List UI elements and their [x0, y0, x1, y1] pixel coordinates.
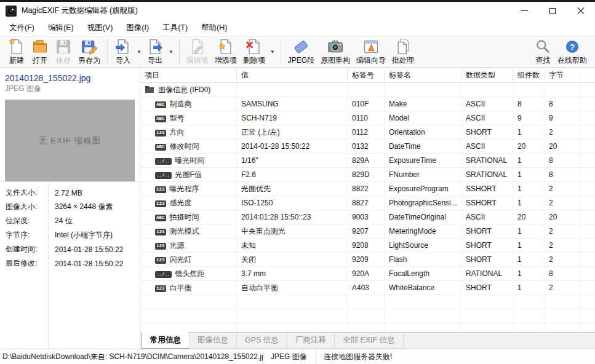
tab-common[interactable]: 常用信息 [142, 332, 190, 349]
property-value: 2014-01-28 15:50:22 [48, 259, 123, 268]
bytes-cell: 2 [545, 253, 580, 266]
minimize-button[interactable] [510, 2, 538, 20]
item-name: 修改时间 [170, 142, 199, 151]
tag-name-cell: DateTime [385, 140, 461, 153]
tag-id-cell: 920A [348, 267, 385, 280]
import-label: 导入 [116, 55, 130, 66]
exif-row[interactable]: 123光源未知9208LightSourceSHORT12 [140, 239, 595, 253]
status-file-type: JPEG 图像 [263, 352, 316, 362]
value-cell: 中央重点测光 [237, 224, 348, 238]
column-header-5[interactable]: 数据类型 [461, 69, 513, 81]
empty-cell [237, 83, 348, 97]
item-cell: 123白平衡 [140, 281, 237, 295]
new-button[interactable]: 新建 [5, 37, 28, 67]
no-thumbnail-text: 无 EXIF 缩略图 [39, 135, 102, 146]
tab-maker[interactable]: 厂商注释 [287, 333, 335, 349]
export-dropdown-arrow[interactable]: ▼ [167, 49, 175, 55]
value-cell: 正常 (上/左) [237, 125, 348, 139]
data-type-cell: SSHORT [461, 182, 513, 196]
property-value: 24 位 [48, 216, 73, 226]
delete-item-dropdown-arrow[interactable]: ▼ [268, 49, 277, 55]
jpeg-segment-button[interactable]: JPEG段 [285, 37, 317, 67]
exif-row[interactable]: ../..镜头焦距3.7 mm920AFocalLengthRATIONAL18 [140, 267, 595, 281]
help-label: 在线帮助 [557, 55, 587, 66]
tab-all-exif[interactable]: 全部 EXIF 信息 [334, 333, 404, 349]
bytes-cell: 2 [545, 196, 580, 210]
components-cell: 1 [513, 267, 545, 280]
maximize-button[interactable] [538, 2, 567, 20]
help-button[interactable]: ?在线帮助 [554, 37, 590, 67]
search-button[interactable]: 查找 [531, 37, 554, 67]
import-dropdown-arrow[interactable]: ▼ [135, 49, 143, 55]
tag-name-cell: FocalLength [385, 267, 461, 280]
delete-item-button[interactable]: 删除项 [240, 37, 268, 67]
menu-item-view[interactable]: 视图(V) [81, 20, 120, 36]
menu-item-help[interactable]: 帮助(H) [194, 20, 234, 36]
column-header-7[interactable]: 字节 [545, 69, 580, 81]
property-value: Intel (小端字节序) [48, 230, 113, 240]
edit-item-label: 编辑项 [186, 55, 209, 66]
add-item-button[interactable]: 增添项 [212, 37, 240, 67]
tag-name-cell: PhotographicSensi... [385, 196, 461, 210]
exif-row[interactable]: ABC制造商SAMSUNG010FMakeASCII88 [140, 97, 595, 111]
value-cell: 光圈优先 [237, 182, 348, 196]
open-button[interactable]: 打开 [28, 37, 52, 67]
bytes-cell: 20 [545, 210, 580, 224]
tag-id-cell: 8827 [348, 196, 385, 210]
batch-button[interactable]: 批处理 [389, 37, 417, 67]
components-cell: 1 [513, 168, 545, 181]
exif-row[interactable]: ABC型号SCH-N7190110ModelASCII99 [140, 111, 595, 125]
menu-item-file[interactable]: 文件(F) [2, 20, 41, 36]
exif-row[interactable]: 123方向正常 (上/左)0112OrientationSHORT12 [140, 125, 595, 140]
item-cell: 123曝光程序 [140, 182, 237, 196]
close-button[interactable] [567, 2, 595, 20]
column-header-1[interactable]: 项目 [140, 69, 237, 81]
wizard-button[interactable]: 编辑向导 [353, 37, 389, 67]
empty-cell [580, 83, 595, 97]
data-type-cell: SHORT [461, 224, 513, 238]
column-header-2[interactable]: 值 [237, 69, 348, 81]
menu-item-image[interactable]: 图像(I) [119, 20, 156, 36]
empty-row [140, 309, 595, 323]
exif-row[interactable]: ../..曝光时间1/16"829AExposureTimeSRATIONAL1… [140, 154, 595, 168]
column-header-3[interactable]: 标签号 [348, 69, 385, 81]
exif-row[interactable]: 123测光模式中央重点测光9207MeteringModeSHORT12 [140, 224, 595, 239]
table-group-row[interactable]: 图像信息 (IFD0) [140, 83, 595, 97]
type-badge-number-icon: 123 [155, 243, 166, 250]
type-badge-number-icon: 123 [155, 186, 166, 193]
export-button[interactable]: 导出 [143, 37, 167, 67]
empty-cell [348, 323, 385, 332]
tag-name-cell: Orientation [385, 125, 461, 139]
save-as-button[interactable]: 另存为 [75, 37, 103, 67]
exif-row[interactable]: 123白平衡自动白平衡A403WhiteBalanceSHORT12 [140, 281, 595, 295]
property-label: 位深度: [0, 216, 48, 226]
column-header-filler [580, 69, 595, 81]
empty-cell [545, 323, 580, 332]
menu-item-tools[interactable]: 工具(T) [156, 20, 194, 36]
rebuild-button[interactable]: 原图重构 [317, 37, 353, 67]
value-cell: 自动白平衡 [237, 281, 348, 295]
column-header-6[interactable]: 组件数 [513, 69, 545, 81]
item-name: 拍摄时间 [170, 213, 199, 221]
components-cell: 20 [513, 140, 545, 153]
import-icon [114, 38, 132, 55]
exif-row[interactable]: 123闪光灯关闭9209FlashSHORT12 [140, 253, 595, 267]
exif-row[interactable]: ../..光圈F值F2.6829DFNumberSRATIONAL18 [140, 168, 595, 182]
item-cell: ABC拍摄时间 [140, 210, 237, 224]
components-cell: 8 [513, 97, 545, 111]
menu-item-edit[interactable]: 编辑(E) [41, 20, 81, 36]
item-name: 曝光程序 [170, 184, 199, 193]
exif-row[interactable]: 123曝光程序光圈优先8822ExposureProgramSSHORT12 [140, 182, 595, 196]
tab-image[interactable]: 图像信息 [189, 333, 237, 349]
exif-row[interactable]: 123感光度ISO-12508827PhotographicSensi...SS… [140, 196, 595, 210]
tab-gps[interactable]: GPS 信息 [236, 333, 287, 349]
column-header-4[interactable]: 标签名 [385, 69, 461, 81]
components-cell: 9 [513, 111, 545, 125]
exif-row[interactable]: ABC拍摄时间2014:01:28 15:50::239003DateTimeO… [140, 210, 595, 224]
exif-row[interactable]: ABC修改时间2014-01-28 15:50:220132DateTimeAS… [140, 140, 595, 154]
import-button[interactable]: 导入 [111, 37, 135, 67]
export-icon [146, 38, 164, 55]
batch-icon [394, 38, 412, 55]
file-name[interactable]: 20140128_155022.jpg [0, 68, 140, 84]
tag-id-cell: A403 [348, 281, 385, 295]
